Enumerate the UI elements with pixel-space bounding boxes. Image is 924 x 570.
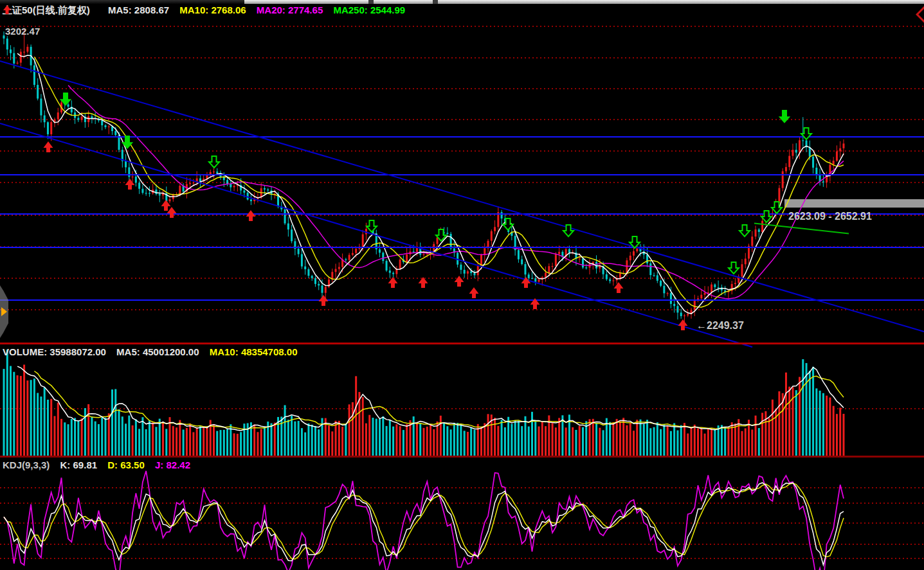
volume-ma5-label: MA5: 45001200.00 (116, 346, 199, 357)
buy-signal-arrow (125, 179, 135, 190)
sell-signal-arrow-hollow (367, 220, 377, 232)
peak-price-label: 3202.47 (5, 26, 40, 37)
ma250-value-label: MA250: 2544.99 (333, 4, 405, 15)
buy-signal-arrow (419, 277, 428, 288)
main-chart-layer[interactable] (0, 29, 924, 347)
sell-signal-arrow-hollow (739, 225, 750, 236)
buy-signal-arrow (388, 277, 398, 288)
gridlines-layer (0, 26, 924, 558)
kdj-name-label: KDJ(9,3,3) (3, 459, 50, 470)
buy-signal-arrow (614, 282, 624, 293)
chart-canvas[interactable] (0, 0, 924, 570)
sell-signal-arrow (779, 110, 790, 123)
signal-arrows-layer (44, 93, 812, 330)
volume-panel-header: VOLUME: 35988072.00 MA5: 45001200.00 MA1… (3, 346, 305, 357)
sell-signal-arrow (122, 136, 133, 149)
volume-layer[interactable] (3, 350, 845, 456)
kdj-j-label: J: 82.42 (155, 459, 190, 470)
kdj-d-label: D: 63.50 (107, 459, 145, 470)
sell-signal-arrow-hollow (761, 211, 772, 222)
window-top-edge (0, 0, 924, 4)
trough-price-label: ←2249.37 (696, 320, 744, 332)
price-range-label: 2623.09 - 2652.91 (788, 211, 872, 222)
buy-signal-arrow (469, 287, 479, 298)
expand-arrow-icon (1, 307, 7, 316)
buy-signal-arrow (44, 141, 53, 152)
ma10-value-label: MA10: 2768.06 (179, 4, 246, 15)
kdj-layer[interactable] (4, 471, 844, 570)
ma20-value-label: MA20: 2774.65 (257, 4, 323, 15)
sell-signal-arrow-hollow (729, 262, 739, 274)
main-chart-header: 上证50(日线.前复权) MA5: 2808.67 MA10: 2768.06 … (3, 4, 413, 17)
volume-value-label: VOLUME: 35988072.00 (3, 346, 106, 357)
buy-signal-arrow (455, 276, 464, 287)
trading-app-window: 上证50(日线.前复权) MA5: 2808.67 MA10: 2768.06 … (0, 0, 924, 570)
buy-signal-arrow (678, 319, 688, 330)
top-edge-notch (368, 0, 374, 4)
kdj-panel-header: KDJ(9,3,3) K: 69.81 D: 63.50 J: 82.42 (3, 459, 198, 470)
buy-signal-arrow (167, 207, 177, 218)
kdj-k-label: K: 69.81 (60, 459, 98, 470)
top-edge-dark-segment (0, 0, 244, 4)
buy-signal-arrow (161, 200, 171, 211)
buy-signal-arrow (319, 295, 329, 306)
sell-signal-arrow-hollow (209, 156, 219, 168)
symbol-period-label: 上证50(日线.前复权) (3, 4, 90, 15)
volume-ma10-label: MA10: 48354708.00 (210, 346, 298, 357)
ma5-value-label: MA5: 2808.67 (108, 4, 169, 15)
top-edge-notch (433, 0, 438, 4)
buy-signal-arrow (246, 210, 256, 221)
